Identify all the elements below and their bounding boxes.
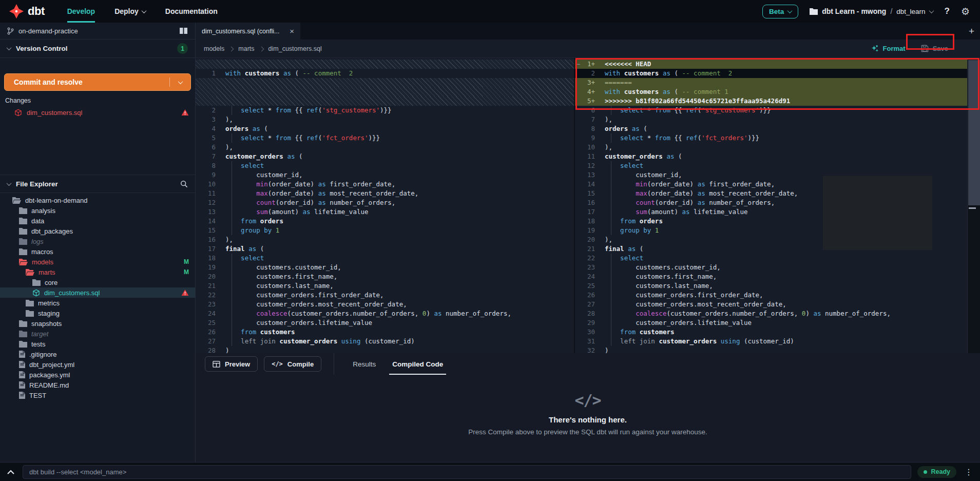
code-line[interactable]: 26 customer_orders.first_order_date, [575, 291, 967, 300]
code-line[interactable]: 9 customer_id, [196, 170, 574, 180]
code-line[interactable]: 1with customers as ( -- comment 2 [196, 69, 574, 78]
changed-file-item[interactable]: dim_customers.sql [0, 107, 195, 118]
code-line[interactable]: 25 customers.last_name, [575, 281, 967, 291]
code-line[interactable]: 5 select * from {{ ref('fct_orders')}} [196, 133, 574, 143]
code-line[interactable]: 29 customer_orders.lifetime_value [575, 318, 967, 328]
settings-gear-button[interactable]: ⚙ [961, 7, 970, 16]
code-line[interactable]: 20 customers.first_name, [196, 272, 574, 281]
tab-compiled-code[interactable]: Compiled Code [384, 353, 451, 375]
fold-icon[interactable]: − [577, 60, 581, 69]
code-line[interactable]: 26 from customers [196, 328, 574, 337]
code-line[interactable]: 3+======= [575, 78, 967, 87]
code-line[interactable]: 4orders as ( [196, 124, 574, 133]
editor-tab-dim-customers[interactable]: dim_customers.sql (confli... × [196, 23, 300, 40]
code-line[interactable]: 22 select [575, 254, 967, 263]
preview-button[interactable]: Preview [205, 356, 258, 372]
file-explorer-header[interactable]: File Explorer [0, 175, 195, 193]
code-line[interactable]: 13 sum(amount) as lifetime_value [196, 207, 574, 217]
tree-item-macros[interactable]: macros [0, 246, 195, 257]
code-line[interactable]: 7customer_orders as ( [196, 152, 574, 161]
code-line[interactable]: 9 select * from {{ ref('fct_orders')}} [575, 133, 967, 143]
scrollbar-thumb[interactable] [968, 60, 980, 205]
tree-item--gitignore[interactable]: .gitignore [0, 349, 195, 359]
code-line[interactable]: 12 count(order_id) as number_of_orders, [196, 198, 574, 207]
branch-indicator[interactable]: on-demand-practice [0, 23, 195, 40]
code-line[interactable]: 2with customers as ( -- comment 2 [575, 69, 967, 78]
tree-item-staging[interactable]: staging [0, 308, 195, 318]
tree-item-metrics[interactable]: metrics [0, 298, 195, 308]
code-line[interactable]: 19 customers.customer_id, [196, 263, 574, 272]
project-selector[interactable]: dbt Learn - mwong / dbt_learn [810, 7, 933, 15]
tree-item-marts[interactable]: martsM [0, 267, 195, 277]
tree-item-core[interactable]: core [0, 277, 195, 287]
code-line[interactable]: 1+−<<<<<<< HEAD [575, 60, 967, 69]
editor-scrollbar[interactable] [967, 58, 980, 353]
code-line[interactable]: 30 from customers [575, 328, 967, 337]
code-line[interactable]: 18 select [196, 254, 574, 263]
tree-item-dbt-learn-on-demand[interactable]: dbt-learn-on-demand [0, 195, 195, 205]
code-line[interactable]: 23 customer_orders.most_recent_order_dat… [196, 300, 574, 309]
expand-command-bar-button[interactable] [5, 470, 16, 474]
code-line[interactable]: 11 max(order_date) as most_recent_order_… [196, 189, 574, 198]
tab-close-icon[interactable]: × [290, 27, 294, 35]
code-line[interactable]: 27 left join customer_orders using (cust… [196, 337, 574, 346]
compile-button[interactable]: </> Compile [264, 356, 321, 372]
code-line[interactable]: 5+>>>>>>> b81f802a66fd544504c65721e3ffaa… [575, 97, 967, 106]
code-line[interactable]: 25 customer_orders.lifetime_value [196, 318, 574, 328]
code-line[interactable]: 24 customers.first_name, [575, 272, 967, 281]
command-input[interactable] [23, 465, 911, 479]
new-tab-button[interactable]: + [963, 23, 980, 40]
code-line[interactable]: 28 coalesce(customer_orders.number_of_or… [575, 309, 967, 318]
tree-item-readme-md[interactable]: README.md [0, 380, 195, 390]
code-line[interactable]: 31 left join customer_orders using (cust… [575, 337, 967, 346]
code-line[interactable]: 23 customers.customer_id, [575, 263, 967, 272]
code-line[interactable]: 12 select [575, 161, 967, 170]
code-line[interactable]: 7), [575, 115, 967, 124]
code-line[interactable]: 32) [575, 346, 967, 353]
code-line[interactable]: 10 min(order_date) as first_order_date, [196, 180, 574, 189]
code-line[interactable]: 3), [196, 115, 574, 124]
nav-item-deploy[interactable]: Deploy [114, 0, 146, 23]
code-line[interactable]: 2 select * from {{ ref('stg_customers')}… [196, 106, 574, 115]
code-line[interactable]: 11customer_orders as ( [575, 152, 967, 161]
tree-item-models[interactable]: modelsM [0, 257, 195, 267]
tree-item-dbt-project-yml[interactable]: dbt_project.yml [0, 359, 195, 370]
code-line[interactable]: 22 customer_orders.first_order_date, [196, 291, 574, 300]
code-line[interactable]: 16), [196, 235, 574, 244]
code-line[interactable]: 17final as ( [196, 244, 574, 254]
tree-item-test[interactable]: TEST [0, 390, 195, 400]
code-line[interactable]: 24 coalesce(customer_orders.number_of_or… [196, 309, 574, 318]
nav-item-documentation[interactable]: Documentation [165, 0, 218, 23]
version-control-header[interactable]: Version Control 1 [0, 40, 195, 58]
code-line[interactable]: 4+with customers as ( -- comment 1 [575, 87, 967, 97]
code-line[interactable]: 14 from orders [196, 217, 574, 226]
tree-item-tests[interactable]: tests [0, 339, 195, 349]
file-search-icon[interactable] [180, 180, 188, 188]
nav-item-develop[interactable]: Develop [67, 0, 95, 23]
save-button[interactable]: Save [921, 45, 948, 52]
code-line[interactable]: 6), [196, 143, 574, 152]
tree-item-dim-customers-sql[interactable]: dim_customers.sql [0, 287, 195, 298]
code-line[interactable]: 10), [575, 143, 967, 152]
tree-item-packages-yml[interactable]: packages.yml [0, 370, 195, 380]
tree-item-dbt-packages[interactable]: dbt_packages [0, 226, 195, 236]
tree-item-target[interactable]: target [0, 329, 195, 339]
tree-item-data[interactable]: data [0, 216, 195, 226]
code-line[interactable]: 21 customers.last_name, [196, 281, 574, 291]
commit-button-label[interactable]: Commit and resolve [5, 74, 169, 90]
commit-and-resolve-button[interactable]: Commit and resolve [4, 73, 191, 91]
commit-dropdown-toggle[interactable] [170, 74, 190, 90]
docs-book-icon[interactable] [179, 27, 188, 34]
tab-results[interactable]: Results [344, 353, 384, 375]
code-line[interactable]: 8 select [196, 161, 574, 170]
code-line[interactable]: 28) [196, 346, 574, 353]
code-line[interactable]: 6 select * from {{ ref('stg_customers')}… [575, 106, 967, 115]
overflow-menu-button[interactable]: ⋮ [963, 467, 975, 477]
code-line[interactable]: 8orders as ( [575, 124, 967, 133]
tree-item-logs[interactable]: logs [0, 236, 195, 246]
tree-item-analysis[interactable]: analysis [0, 205, 195, 216]
dbt-logo[interactable]: dbt [9, 4, 45, 18]
code-line[interactable]: 27 customer_orders.most_recent_order_dat… [575, 300, 967, 309]
format-button[interactable]: Format [871, 45, 906, 52]
help-button[interactable]: ? [945, 6, 950, 16]
